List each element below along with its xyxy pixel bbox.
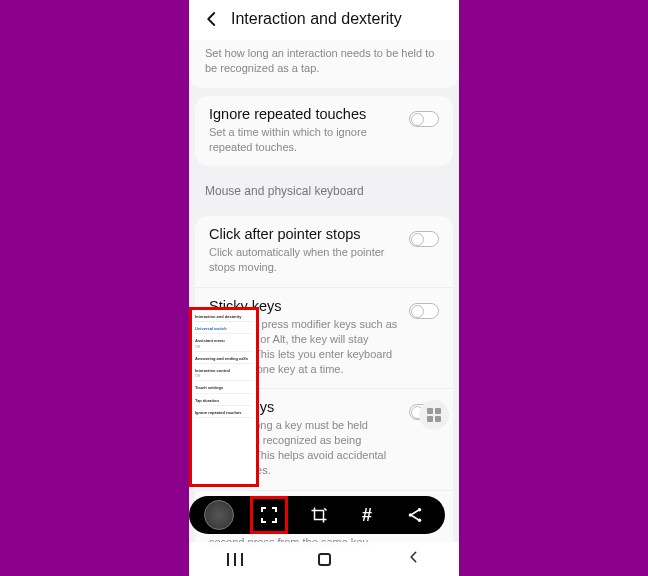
screenshot-toolbar: #: [189, 496, 445, 534]
share-icon: [406, 506, 424, 524]
floating-apps-button[interactable]: [419, 400, 449, 430]
nav-recents-button[interactable]: [227, 553, 243, 566]
back-icon[interactable]: [203, 10, 221, 28]
crop-icon: [310, 506, 328, 524]
row-title: Click after pointer stops: [209, 226, 401, 242]
crop-button[interactable]: [302, 498, 336, 532]
toggle-click-after-pointer[interactable]: [409, 231, 439, 247]
preview-thumb-icon: [204, 500, 234, 530]
screenshot-preview-button[interactable]: [202, 498, 236, 532]
phone-frame: Interaction and dexterity Set how long a…: [189, 0, 459, 576]
card-touch: Ignore repeated touches Set a time withi…: [195, 96, 453, 167]
scroll-capture-icon: [261, 507, 277, 523]
header: Interaction and dexterity: [189, 0, 459, 40]
nav-home-button[interactable]: [318, 553, 331, 566]
page-title: Interaction and dexterity: [231, 10, 402, 28]
apps-grid-icon: [427, 408, 441, 422]
navigation-bar: [189, 542, 459, 576]
tap-duration-desc: Set how long an interaction needs to be …: [189, 40, 459, 88]
row-title: Ignore repeated touches: [209, 106, 401, 122]
tag-button[interactable]: #: [350, 498, 384, 532]
nav-back-button[interactable]: [407, 550, 421, 568]
row-ignore-repeated[interactable]: Ignore repeated touches Set a time withi…: [195, 96, 453, 167]
share-button[interactable]: [398, 498, 432, 532]
row-click-after-pointer[interactable]: Click after pointer stops Click automati…: [195, 216, 453, 288]
thumbnail-content: Interaction and dexterity Universal swit…: [192, 310, 256, 484]
hash-icon: #: [362, 505, 372, 526]
toggle-sticky-keys[interactable]: [409, 303, 439, 319]
section-mouse-keyboard: Mouse and physical keyboard: [189, 174, 459, 208]
toggle-ignore-repeated[interactable]: [409, 111, 439, 127]
row-sub: Set a time within which to ignore repeat…: [209, 125, 401, 155]
scroll-capture-button[interactable]: [250, 496, 288, 534]
screenshot-thumbnail[interactable]: Interaction and dexterity Universal swit…: [189, 307, 259, 487]
row-sub: Click automatically when the pointer sto…: [209, 245, 401, 275]
